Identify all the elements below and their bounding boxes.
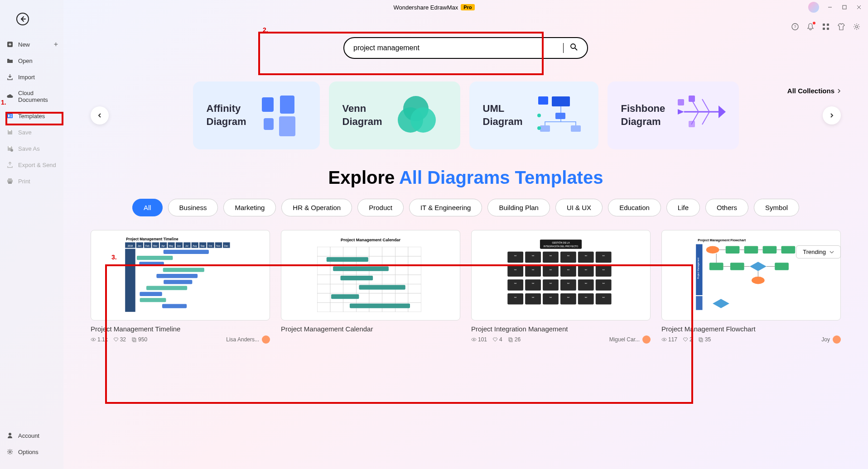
add-icon[interactable]: + [54, 40, 58, 48]
pill-hr-operation[interactable]: HR & Operation [281, 199, 352, 216]
app-title: Wondershare EdrawMax [393, 4, 458, 11]
pill-symbol[interactable]: Symbol [754, 199, 799, 216]
svg-rect-211 [744, 246, 758, 254]
sidebar-item-new[interactable]: New+ [0, 36, 63, 53]
annotation-1: 1. [1, 99, 6, 106]
svg-rect-195 [560, 293, 576, 305]
svg-rect-214 [709, 263, 723, 270]
svg-text:Sep: Sep [201, 244, 205, 247]
category-label: UMLDiagram [483, 102, 523, 128]
sidebar-item-label: Account [18, 432, 39, 439]
svg-rect-183 [560, 279, 576, 291]
maximize-button[interactable] [841, 4, 848, 11]
svg-marker-216 [750, 262, 767, 271]
fishbone-illustration [676, 93, 730, 138]
template-card[interactable]: Project Management Calendar Project Mana… [281, 230, 460, 344]
sidebar-item-label: Open [18, 57, 33, 64]
sidebar-item-cloud-documents[interactable]: Cloud Documents [0, 85, 63, 108]
svg-text:text: text [514, 297, 516, 298]
svg-rect-33 [538, 96, 548, 105]
svg-text:Feb: Feb [145, 244, 149, 247]
svg-rect-217 [775, 263, 789, 270]
carousel-next-button[interactable] [823, 106, 841, 124]
svg-point-38 [537, 114, 541, 117]
search-input[interactable] [353, 44, 563, 52]
template-meta: 101 4 26 Miguel Car... [471, 335, 651, 344]
sort-dropdown[interactable]: Trending [796, 245, 841, 258]
search-icon[interactable] [570, 43, 578, 53]
sidebar-item-import[interactable]: Import [0, 69, 63, 85]
gear-icon [6, 448, 14, 455]
text-cursor [563, 43, 564, 53]
svg-rect-35 [555, 113, 565, 119]
svg-point-22 [9, 433, 11, 436]
views-stat: 117 [661, 336, 677, 343]
template-card[interactable]: GESTIÓN DE LAINTEGRACIÓN DEL PROYECTOtex… [471, 230, 651, 344]
template-card[interactable]: Project Management Timeline2018JanFebMar… [91, 230, 270, 344]
svg-rect-134 [395, 293, 408, 302]
svg-rect-222 [699, 338, 702, 341]
pill-others[interactable]: Others [705, 199, 748, 216]
sidebar-item-account[interactable]: Account [0, 427, 63, 444]
svg-rect-199 [596, 293, 612, 305]
category-card-venn[interactable]: VennDiagram [329, 81, 460, 149]
search-bar[interactable] [343, 37, 588, 59]
svg-rect-13 [8, 115, 10, 117]
svg-rect-121 [330, 284, 343, 293]
sidebar-item-open[interactable]: Open [0, 53, 63, 69]
pill-education[interactable]: Education [608, 199, 661, 216]
svg-text:text: text [514, 282, 516, 284]
template-meta: 1.1k 32 950 Lisa Anders... [91, 335, 270, 344]
export-icon [6, 161, 14, 168]
svg-text:text: text [567, 297, 569, 298]
svg-rect-179 [525, 279, 541, 291]
svg-rect-163 [596, 252, 612, 263]
category-carousel: AffinityDiagramVennDiagramUMLDiagramFish… [82, 81, 850, 149]
close-button[interactable] [855, 4, 863, 11]
pill-marketing[interactable]: Marketing [223, 199, 276, 216]
svg-rect-76 [163, 268, 204, 272]
sidebar-item-options[interactable]: Options [0, 444, 63, 460]
svg-marker-43 [719, 105, 726, 118]
save-icon [6, 129, 14, 136]
author-avatar [642, 335, 651, 344]
svg-text:Project Management: Project Management [697, 258, 699, 279]
template-thumbnail: Project Management Calendar [281, 230, 460, 321]
category-label: FishboneDiagram [621, 102, 665, 128]
category-card-affinity[interactable]: AffinityDiagram [193, 81, 320, 149]
pill-ui-ux[interactable]: UI & UX [555, 199, 603, 216]
pill-product[interactable]: Product [357, 199, 404, 216]
svg-text:Aug: Aug [193, 244, 197, 247]
user-avatar[interactable] [808, 2, 819, 13]
svg-rect-161 [578, 252, 594, 263]
main-content: All Collections AffinityDiagramVennDiagr… [63, 14, 868, 469]
sort-selected: Trending [803, 249, 826, 255]
pill-building-plan[interactable]: Building Plan [487, 199, 550, 216]
carousel-prev-button[interactable] [91, 106, 109, 124]
svg-rect-28 [264, 118, 274, 130]
svg-rect-85 [132, 338, 135, 341]
copies-stat: 950 [131, 336, 147, 343]
template-title: Project Integration Management [471, 325, 651, 333]
pill-all[interactable]: All [132, 199, 163, 216]
svg-text:text: text [585, 269, 587, 271]
svg-rect-145 [333, 267, 389, 271]
minimize-button[interactable] [826, 4, 834, 11]
back-button[interactable] [16, 13, 29, 25]
pill-it-engineering[interactable]: IT & Engineering [409, 199, 482, 216]
svg-text:text: text [567, 255, 569, 257]
pill-life[interactable]: Life [666, 199, 700, 216]
svg-rect-137 [330, 302, 343, 311]
svg-rect-136 [317, 302, 330, 311]
svg-rect-193 [543, 293, 559, 305]
svg-point-84 [93, 339, 94, 340]
pill-business[interactable]: Business [168, 199, 218, 216]
sidebar-item-templates[interactable]: Templates [0, 108, 63, 124]
svg-rect-175 [596, 266, 612, 277]
svg-point-18 [10, 149, 13, 152]
category-card-fishbone[interactable]: FishboneDiagram [608, 81, 739, 149]
svg-rect-29 [279, 116, 295, 136]
category-card-uml[interactable]: UMLDiagram [469, 81, 598, 149]
svg-rect-210 [726, 246, 740, 254]
template-title: Project Management Timeline [91, 325, 270, 333]
